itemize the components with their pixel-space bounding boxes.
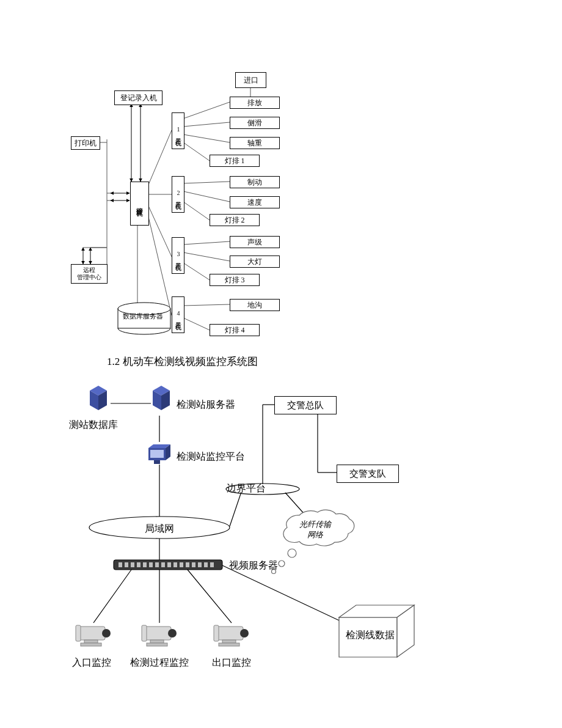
box-printer: 打印机 — [71, 136, 100, 150]
svg-line-25 — [183, 191, 230, 202]
svg-rect-81 — [154, 460, 160, 464]
svg-line-42 — [230, 492, 241, 526]
svg-rect-53 — [149, 562, 153, 567]
svg-line-22 — [183, 142, 210, 161]
svg-line-15 — [148, 130, 172, 185]
svg-rect-55 — [161, 562, 165, 567]
svg-line-17 — [148, 206, 172, 257]
svg-rect-85 — [84, 640, 98, 643]
box-manager: 管理计算机 — [130, 182, 149, 226]
label-cam-entry: 入口监控 — [72, 656, 111, 669]
box-s3-item1: 大灯 — [230, 256, 280, 268]
box-import: 进口 — [235, 72, 266, 88]
box-s4-light: 灯排 4 — [210, 324, 260, 336]
label-station-server: 检测站服务器 — [177, 399, 235, 411]
svg-rect-93 — [214, 625, 219, 641]
caption-text: 1.2 机动车检测线视频监控系统图 — [107, 355, 258, 369]
svg-point-84 — [102, 629, 111, 638]
label-cam-exit: 出口监控 — [212, 656, 251, 669]
svg-line-20 — [183, 122, 230, 127]
svg-rect-88 — [142, 625, 147, 641]
box-station3: 3号工位机 — [172, 237, 184, 274]
camera-exit-icon — [211, 623, 254, 653]
svg-rect-50 — [131, 562, 134, 567]
svg-rect-95 — [222, 640, 236, 643]
svg-rect-47 — [114, 560, 222, 570]
label-line-data: 检测线数据 — [346, 629, 395, 642]
box-s1-item1: 侧滑 — [230, 117, 280, 129]
svg-rect-87 — [144, 627, 171, 640]
box-registrator: 登记录入机 — [114, 90, 162, 105]
svg-point-94 — [240, 629, 249, 638]
svg-line-43 — [285, 493, 305, 515]
svg-rect-60 — [192, 562, 195, 567]
svg-rect-52 — [143, 562, 147, 567]
svg-point-45 — [279, 561, 285, 567]
server-station-icon — [147, 383, 176, 413]
svg-line-21 — [183, 134, 230, 142]
svg-point-89 — [168, 629, 177, 638]
svg-rect-51 — [137, 562, 140, 567]
svg-rect-96 — [219, 643, 239, 646]
box-s3-item0: 声级 — [230, 236, 280, 248]
box-police-hq: 交警总队 — [274, 396, 337, 414]
box-s2-light: 灯排 2 — [210, 214, 260, 226]
svg-rect-92 — [216, 627, 243, 640]
svg-rect-56 — [167, 562, 171, 567]
camera-process-icon — [139, 623, 182, 653]
box-s2-item0: 制动 — [230, 176, 280, 188]
svg-rect-48 — [119, 562, 122, 567]
svg-rect-63 — [210, 562, 214, 567]
svg-rect-58 — [180, 562, 183, 567]
svg-line-19 — [183, 102, 230, 119]
svg-line-18 — [148, 217, 172, 315]
svg-line-66 — [188, 570, 232, 623]
svg-rect-49 — [125, 562, 128, 567]
svg-line-67 — [222, 565, 339, 620]
box-remote-center: 远程 管理中心 — [71, 264, 108, 284]
svg-line-29 — [183, 263, 210, 280]
box-s3-light: 灯排 3 — [210, 274, 260, 286]
label-fiber: 光纤传输 网络 — [299, 520, 331, 540]
server-db-icon — [84, 383, 113, 413]
svg-marker-70 — [397, 605, 414, 657]
svg-marker-69 — [339, 605, 414, 617]
box-station2: 2号工位机 — [172, 176, 184, 213]
box-s4-item0: 地沟 — [230, 299, 280, 311]
svg-line-26 — [183, 202, 210, 220]
box-police-branch: 交警支队 — [337, 465, 399, 483]
label-video-server: 视频服务器 — [229, 559, 278, 572]
box-station4: 4号工位机 — [172, 296, 184, 333]
box-s2-item1: 速度 — [230, 196, 280, 208]
box-s1-item2: 轴重 — [230, 137, 280, 149]
svg-rect-91 — [147, 643, 167, 646]
svg-line-30 — [183, 304, 230, 306]
svg-rect-57 — [173, 562, 177, 567]
svg-line-28 — [183, 252, 230, 261]
label-cam-process: 检测过程监控 — [130, 656, 189, 669]
label-lan: 局域网 — [145, 523, 174, 535]
label-db-server: 数据库服务器 — [123, 312, 163, 321]
svg-rect-83 — [76, 625, 81, 641]
svg-rect-61 — [198, 562, 202, 567]
svg-rect-82 — [78, 627, 105, 640]
svg-line-31 — [183, 318, 210, 330]
box-s1-item0: 排放 — [230, 97, 280, 109]
svg-rect-54 — [155, 562, 159, 567]
svg-point-44 — [288, 549, 296, 557]
label-db: 测站数据库 — [69, 419, 118, 432]
svg-rect-62 — [204, 562, 208, 567]
camera-entry-icon — [73, 623, 116, 653]
label-boundary: 边界平台 — [227, 482, 266, 495]
box-station1: 1号工位机 — [172, 112, 184, 149]
svg-rect-80 — [150, 450, 164, 458]
svg-line-27 — [183, 241, 230, 245]
svg-rect-59 — [186, 562, 189, 567]
svg-rect-86 — [81, 643, 101, 646]
svg-rect-90 — [150, 640, 164, 643]
svg-line-64 — [93, 570, 131, 623]
svg-line-24 — [183, 182, 230, 183]
box-s1-light: 灯排 1 — [210, 155, 260, 167]
monitor-platform-icon — [145, 442, 174, 466]
label-monitor-platform: 检测站监控平台 — [177, 450, 245, 463]
